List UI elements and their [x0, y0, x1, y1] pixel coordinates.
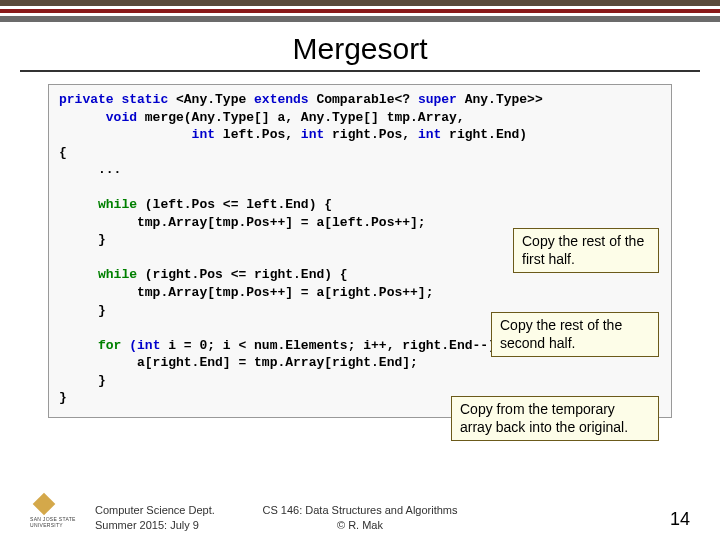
- header-bars: [0, 0, 720, 22]
- university-logo: SAN JOSE STATE UNIVERSITY: [30, 496, 80, 526]
- annotation-first-half: Copy the rest of the first half.: [513, 228, 659, 273]
- code-block: private static <Any.Type extends Compara…: [48, 84, 672, 418]
- annotation-second-half: Copy the rest of the second half.: [491, 312, 659, 357]
- footer-center: CS 146: Data Structures and Algorithms ©…: [262, 503, 457, 532]
- slide-title: Mergesort: [0, 32, 720, 66]
- title-underline: [20, 70, 700, 72]
- footer-left: Computer Science Dept. Summer 2015: July…: [95, 503, 215, 532]
- page-number: 14: [670, 509, 690, 530]
- kw: private: [59, 92, 114, 107]
- annotation-copy-back: Copy from the temporary array back into …: [451, 396, 659, 441]
